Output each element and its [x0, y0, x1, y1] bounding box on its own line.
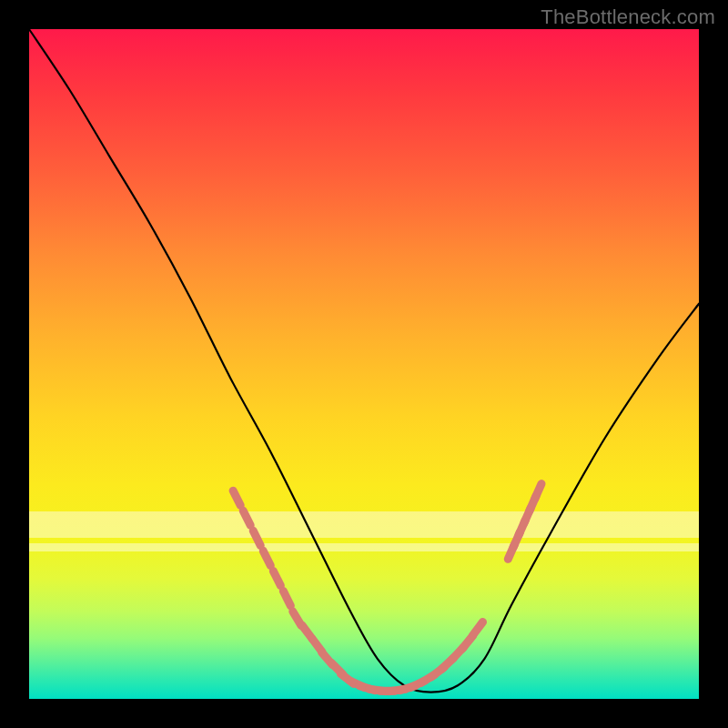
curve-marker — [263, 551, 270, 565]
curve-marker — [273, 571, 280, 585]
curve-marker — [473, 622, 483, 635]
curve-marker — [233, 490, 240, 505]
curve-marker — [253, 531, 260, 545]
curve-marker — [243, 511, 250, 525]
curve-layer — [29, 29, 699, 699]
watermark-text: TheBottleneck.com — [541, 5, 715, 29]
chart-area — [29, 29, 699, 699]
bottleneck-curve — [29, 29, 699, 693]
curve-marker — [283, 592, 290, 606]
curve-markers — [233, 484, 541, 692]
curve-marker — [535, 484, 541, 499]
